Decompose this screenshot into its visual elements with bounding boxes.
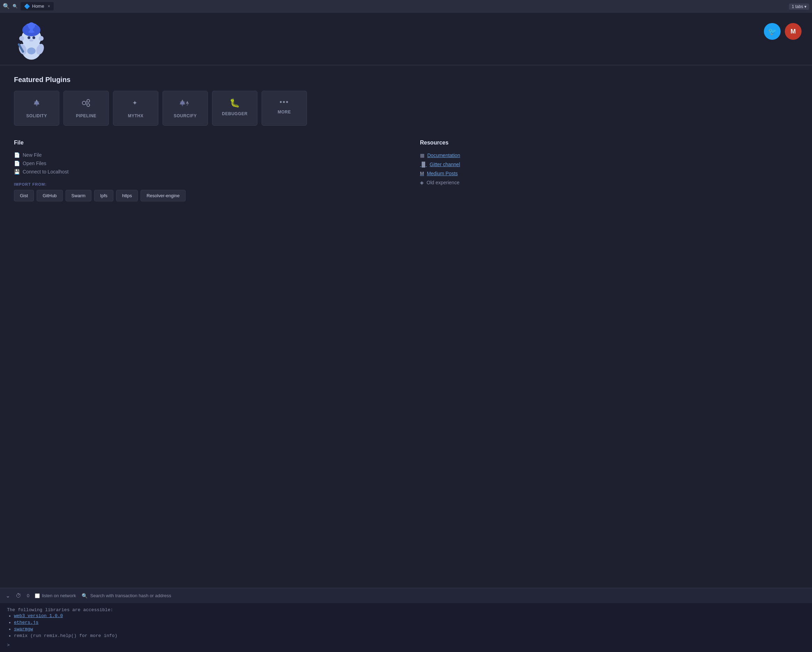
svg-point-16 <box>82 101 86 105</box>
svg-point-6 <box>29 40 34 41</box>
terminal-prompt: > <box>7 643 805 648</box>
plugin-sourcify[interactable]: ✓ SOURCIFY <box>163 91 208 126</box>
more-label: MORE <box>278 110 291 115</box>
clock-icon[interactable]: ⏱ <box>16 593 21 599</box>
ethersjs-link[interactable]: ethers.js <box>14 620 38 625</box>
svg-point-15 <box>28 22 35 29</box>
two-col-section: File 📄 New File 📄 Open Files 💾 Connect t… <box>14 139 798 201</box>
svg-line-19 <box>86 102 87 102</box>
counter-area: 0 <box>27 593 29 598</box>
svg-point-4 <box>27 36 31 39</box>
import-resolver-engine-button[interactable]: Resolver-engine <box>140 190 186 201</box>
connect-icon: 💾 <box>14 169 20 174</box>
old-experience-label: Old experience <box>427 180 459 185</box>
pipeline-icon <box>81 98 91 110</box>
open-files-icon: 📄 <box>14 161 20 166</box>
svg-text:✦: ✦ <box>132 99 137 106</box>
file-section: File 📄 New File 📄 Open Files 💾 Connect t… <box>14 139 392 201</box>
documentation-link[interactable]: ▦ Documentation <box>420 151 798 160</box>
bottom-bar: ⌄ ⏱ 0 listen on network 🔍 <box>0 588 812 603</box>
social-icons: 🐦 M <box>764 20 801 40</box>
documentation-label: Documentation <box>427 153 460 158</box>
featured-plugins-title: Featured Plugins <box>14 76 798 84</box>
open-files-link[interactable]: 📄 Open Files <box>14 159 392 168</box>
connect-label: Connect to Localhost <box>23 169 69 174</box>
new-file-link[interactable]: 📄 New File <box>14 151 392 159</box>
featured-plugins-section: Featured Plugins SOLIDITY PIPELINE <box>14 76 798 126</box>
file-section-title: File <box>14 139 392 146</box>
gitter-icon: ▐▌ <box>420 162 427 167</box>
import-gist-button[interactable]: Gist <box>14 190 34 201</box>
eth-icon: ◈ <box>420 180 424 185</box>
svg-point-8 <box>39 36 44 41</box>
svg-line-20 <box>86 104 87 104</box>
plugin-more[interactable]: ••• MORE <box>262 91 307 126</box>
twitter-button[interactable]: 🐦 <box>764 23 781 40</box>
plugin-pipeline[interactable]: PIPELINE <box>64 91 109 126</box>
main-area: 🐦 M Featured Plugins SOLIDITY <box>0 12 812 588</box>
plugin-debugger[interactable]: 🐛 DEBUGGER <box>212 91 257 126</box>
old-experience-link[interactable]: ◈ Old experience <box>420 178 798 187</box>
new-file-label: New File <box>23 152 41 158</box>
sourcify-icon: ✓ <box>180 98 191 110</box>
new-file-icon: 📄 <box>14 152 20 158</box>
debugger-label: DEBUGGER <box>222 111 247 116</box>
import-github-button[interactable]: GitHub <box>37 190 63 201</box>
more-icon: ••• <box>279 98 289 106</box>
swarmgw-link[interactable]: swarmgw <box>14 626 33 632</box>
logo-area <box>11 20 52 61</box>
search-input[interactable] <box>90 593 806 598</box>
tab-title: Home <box>32 3 44 9</box>
import-ipfs-button[interactable]: Ipfs <box>94 190 113 201</box>
import-from-label: IMPORT FROM: <box>14 182 392 187</box>
svg-point-7 <box>19 36 24 41</box>
svg-text:✓: ✓ <box>186 103 189 106</box>
tab-close-button[interactable]: × <box>48 4 50 9</box>
pipeline-label: PIPELINE <box>76 113 97 118</box>
medium-button[interactable]: M <box>785 23 801 40</box>
counter-value: 0 <box>27 593 29 598</box>
svg-point-5 <box>32 36 35 39</box>
connect-localhost-link[interactable]: 💾 Connect to Localhost <box>14 168 392 176</box>
mascot-logo <box>11 20 52 61</box>
network-check: listen on network <box>35 593 76 598</box>
terminal-intro: The following libraries are accessible: <box>7 607 805 612</box>
import-https-button[interactable]: https <box>116 190 138 201</box>
import-buttons: Gist GitHub Swarm Ipfs https Resolver-en… <box>14 190 392 201</box>
medium-icon: M <box>791 28 796 35</box>
docs-icon: ▦ <box>420 153 424 158</box>
svg-point-18 <box>87 104 90 106</box>
medium-posts-label: Medium Posts <box>427 171 458 176</box>
import-swarm-button[interactable]: Swarm <box>66 190 92 201</box>
tab-bar-left: 🔍 🔍 🔷 Home × <box>3 2 54 11</box>
mythx-label: MYTHX <box>128 113 144 118</box>
svg-point-12 <box>27 47 35 54</box>
twitter-icon: 🐦 <box>768 27 777 35</box>
web3-link[interactable]: web3 version 1.0.0 <box>14 613 63 618</box>
solidity-icon <box>32 98 41 110</box>
zoom-out-icon[interactable]: 🔍 <box>3 3 10 9</box>
tabs-count[interactable]: 1 tabs ▾ <box>789 3 809 9</box>
medium-posts-link[interactable]: M Medium Posts <box>420 169 798 178</box>
tab-icon: 🔷 <box>24 3 30 9</box>
search-area: 🔍 <box>82 593 806 598</box>
tab-bar: 🔍 🔍 🔷 Home × 1 tabs ▾ <box>0 0 812 12</box>
plugins-grid: SOLIDITY PIPELINE ✦ MYTHX <box>14 91 798 126</box>
terminal-list: web3 version 1.0.0 ethers.js swarmgw rem… <box>7 612 805 639</box>
content-body: Featured Plugins SOLIDITY PIPELINE <box>0 65 812 588</box>
solidity-label: SOLIDITY <box>26 113 47 118</box>
plugin-mythx[interactable]: ✦ MYTHX <box>113 91 158 126</box>
plugin-solidity[interactable]: SOLIDITY <box>14 91 59 126</box>
mythx-icon: ✦ <box>131 98 140 110</box>
listen-on-network-checkbox[interactable] <box>35 593 40 598</box>
zoom-in-icon[interactable]: 🔍 <box>12 4 18 9</box>
home-tab[interactable]: 🔷 Home × <box>21 2 54 11</box>
chevron-down-icon[interactable]: ⌄ <box>6 592 10 599</box>
gitter-link[interactable]: ▐▌ Gitter channel <box>420 160 798 169</box>
gitter-label: Gitter channel <box>430 162 460 167</box>
terminal: The following libraries are accessible: … <box>0 603 812 652</box>
listen-on-network-label: listen on network <box>42 593 76 598</box>
open-files-label: Open Files <box>23 161 46 166</box>
resources-title: Resources <box>420 139 798 146</box>
sourcify-label: SOURCIFY <box>174 113 197 118</box>
